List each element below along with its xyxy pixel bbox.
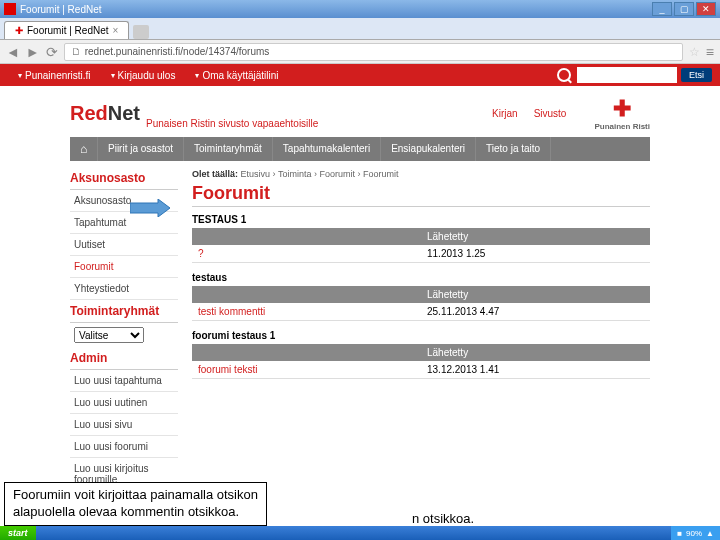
window-titlebar: Foorumit | RedNet _ ▢ ✕ [0,0,720,18]
annotation-arrow [130,199,170,217]
tab-close-icon[interactable]: × [113,25,119,36]
sidebar-heading-osasto: Aksunosasto [70,167,178,190]
topbar-link-logout[interactable]: Kirjaudu ulos [101,70,186,81]
red-cross-logo: ✚Punainen Risti [594,96,650,131]
site-logo[interactable]: RedNet [70,102,140,125]
search-icon [557,68,571,82]
tab-favicon: ✚ [15,25,23,36]
page-title: Foorumit [192,181,650,207]
browser-tab[interactable]: ✚ Foorumit | RedNet × [4,21,129,39]
app-icon [4,3,16,15]
start-button[interactable]: start [0,526,36,540]
table-row[interactable]: foorumi teksti13.12.2013 1.41 [192,361,650,379]
annotation-caption: Foorumiin voit kirjoittaa painamalla ots… [4,482,267,526]
nav-home-icon[interactable]: ⌂ [70,137,98,161]
browser-toolbar: ◄ ► ⟳ 🗋 rednet.punainenristi.fi/node/143… [0,40,720,64]
admin-new-event[interactable]: Luo uusi tapahtuma [70,370,178,392]
col-sent: Lähetetty [421,286,650,303]
system-tray[interactable]: ■90%▲ [671,526,720,540]
forum-title-3[interactable]: foorumi testaus 1 [192,327,650,344]
globe-icon: 🗋 [71,46,81,57]
table-row[interactable]: testi kommentti25.11.2013 4.47 [192,303,650,321]
tab-label: Foorumit | RedNet [27,25,109,36]
reload-button[interactable]: ⟳ [46,44,58,60]
forum-table-3: Lähetetty foorumi teksti13.12.2013 1.41 [192,344,650,379]
header-link-2[interactable]: Sivusto [534,108,567,119]
menu-icon[interactable]: ≡ [706,44,714,60]
topbar-link-account[interactable]: Oma käyttäjätilini [185,70,288,81]
sidebar-item-uutiset[interactable]: Uutiset [70,234,178,256]
search-button[interactable]: Etsi [681,68,712,82]
forum-table-1: Lähetetty ?11.2013 1.25 [192,228,650,263]
os-taskbar: start ■90%▲ [0,526,720,540]
nav-tapahtumakalenteri[interactable]: Tapahtumakalenteri [273,137,381,161]
close-button[interactable]: ✕ [696,2,716,16]
search-input[interactable] [577,67,677,83]
maximize-button[interactable]: ▢ [674,2,694,16]
admin-new-forum[interactable]: Luo uusi foorumi [70,436,178,458]
site-tagline: Punaisen Ristin sivusto vapaaehtoisille [146,118,318,129]
address-bar[interactable]: 🗋 rednet.punainenristi.fi/node/14374/for… [64,43,683,61]
site-header: RedNet Punaisen Ristin sivusto vapaaehto… [70,86,650,137]
group-select[interactable]: Valitse [74,327,144,343]
admin-new-news[interactable]: Luo uusi uutinen [70,392,178,414]
topbar-link-punainenristi[interactable]: Punainenristi.fi [8,70,101,81]
admin-new-page[interactable]: Luo uusi sivu [70,414,178,436]
col-sent: Lähetetty [421,228,650,245]
nav-tieto[interactable]: Tieto ja taito [476,137,551,161]
header-link-1[interactable]: Kirjan [492,108,518,119]
col-sent: Lähetetty [421,344,650,361]
forward-button[interactable]: ► [26,44,40,60]
back-button[interactable]: ◄ [6,44,20,60]
forum-title-1[interactable]: TESTAUS 1 [192,211,650,228]
forum-title-2[interactable]: testaus [192,269,650,286]
sidebar-item-foorumit[interactable]: Foorumit [70,256,178,278]
minimize-button[interactable]: _ [652,2,672,16]
window-title: Foorumit | RedNet [20,4,650,15]
breadcrumb: Olet täällä: Etusivu › Toiminta › Foorum… [192,167,650,181]
browser-tabs: ✚ Foorumit | RedNet × [0,18,720,40]
new-tab-button[interactable] [133,25,149,39]
sidebar-heading-toimintaryhmat: Toimintaryhmät [70,300,178,323]
nav-ensiapukalenteri[interactable]: Ensiapukalenteri [381,137,476,161]
forum-table-2: Lähetetty testi kommentti25.11.2013 4.47 [192,286,650,321]
site-topbar: Punainenristi.fi Kirjaudu ulos Oma käytt… [0,64,720,86]
nav-toimintaryhmat[interactable]: Toimintaryhmät [184,137,273,161]
main-nav: ⌂ Piirit ja osastot Toimintaryhmät Tapah… [70,137,650,161]
nav-piirit[interactable]: Piirit ja osastot [98,137,184,161]
annotation-caption-tail: n otsikkoa. [412,511,474,526]
sidebar-heading-admin: Admin [70,347,178,370]
url-text: rednet.punainenristi.fi/node/14374/forum… [85,46,270,57]
svg-marker-0 [130,199,170,217]
table-row[interactable]: ?11.2013 1.25 [192,245,650,263]
bookmark-icon[interactable]: ☆ [689,45,700,59]
sidebar-item-yhteystiedot[interactable]: Yhteystiedot [70,278,178,300]
